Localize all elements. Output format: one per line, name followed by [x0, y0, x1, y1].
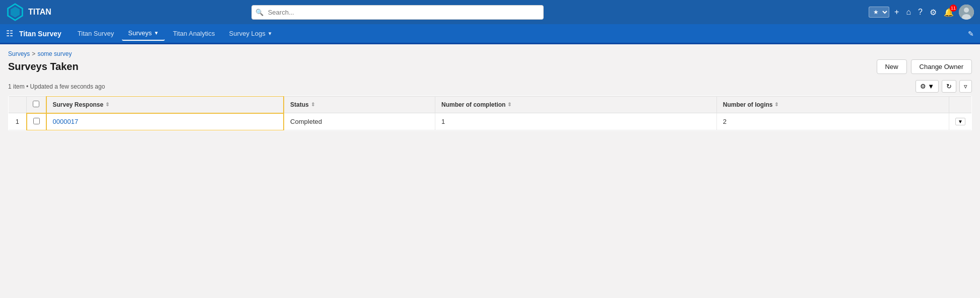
row-number-cell: 1 [9, 113, 27, 130]
titan-logo-icon [6, 3, 24, 21]
header-actions: New Change Owner [877, 59, 972, 74]
search-input[interactable] [251, 5, 544, 20]
breadcrumb-surveys-link[interactable]: Surveys [8, 50, 30, 57]
change-owner-button[interactable]: Change Owner [911, 59, 972, 74]
logins-sort-icon: ⇕ [774, 102, 778, 107]
survey-response-sort-icon: ⇕ [105, 102, 109, 107]
main-content: Surveys > some survey Surveys Taken New … [0, 44, 980, 298]
table-row: 1 0000017 Completed 1 2 ▼ [9, 113, 972, 130]
survey-response-cell[interactable]: 0000017 [46, 113, 284, 130]
row-expand-cell[interactable]: ▼ [949, 113, 972, 130]
row-checkbox-cell[interactable] [27, 113, 46, 130]
toolbar-icons: ⚙ ▼ ↻ ▿ [916, 80, 972, 93]
settings-icon-btn[interactable]: ⚙ [928, 6, 939, 19]
page-title: Surveys Taken [8, 61, 79, 72]
svg-marker-1 [11, 7, 20, 18]
th-checkbox[interactable] [27, 96, 46, 113]
settings-toolbar-icon: ⚙ [920, 83, 926, 90]
row-checkbox[interactable] [33, 118, 40, 124]
nav-actions: ★ + ⌂ ? ⚙ 🔔 11 [869, 5, 974, 20]
surveys-taken-table: Survey Response ⇕ Status ⇕ Number of com… [8, 96, 972, 131]
breadcrumb-separator: > [32, 50, 35, 57]
table-toolbar: 1 item • Updated a few seconds ago ⚙ ▼ ↻… [8, 80, 972, 93]
page-header: Surveys Taken New Change Owner [8, 59, 972, 74]
nav-titan-survey[interactable]: Titan Survey [72, 27, 120, 40]
number-of-logins-cell: 2 [716, 113, 949, 130]
breadcrumb: Surveys > some survey [8, 50, 972, 57]
new-button[interactable]: New [877, 59, 907, 74]
home-icon-btn[interactable]: ⌂ [904, 6, 913, 19]
settings-dropdown-btn[interactable]: ⚙ ▼ [916, 80, 939, 93]
notification-badge: 11 [950, 5, 957, 12]
status-sort-icon: ⇕ [311, 102, 315, 107]
table-header-row: Survey Response ⇕ Status ⇕ Number of com… [9, 96, 972, 113]
app-bar: ☷ Titan Survey Titan Survey Surveys ▼ Ti… [0, 24, 980, 44]
number-of-completion-cell: 1 [435, 113, 717, 130]
logo-area: TITAN [6, 3, 87, 21]
avatar-icon [959, 5, 974, 20]
refresh-icon: ↻ [946, 83, 952, 90]
th-survey-response[interactable]: Survey Response ⇕ [46, 96, 284, 113]
nav-titan-analytics[interactable]: Titan Analytics [167, 27, 221, 40]
nav-surveys[interactable]: Surveys ▼ [122, 26, 165, 41]
row-expand-button[interactable]: ▼ [955, 118, 965, 125]
add-button[interactable]: + [892, 6, 901, 19]
nav-survey-logs[interactable]: Survey Logs ▼ [223, 27, 279, 40]
edit-icon[interactable]: ✎ [968, 30, 974, 38]
th-number-of-logins[interactable]: Number of logins ⇕ [716, 96, 949, 113]
survey-logs-chevron-icon: ▼ [268, 31, 273, 36]
user-avatar[interactable] [959, 5, 974, 20]
th-expand-col [949, 96, 972, 113]
filter-icon: ▿ [964, 83, 967, 90]
app-logo-text: TITAN [28, 8, 51, 17]
surveys-chevron-icon: ▼ [154, 30, 159, 36]
survey-response-link[interactable]: 0000017 [53, 118, 79, 125]
search-bar: 🔍 [251, 5, 544, 20]
nav-select-dropdown[interactable]: ★ [869, 7, 889, 18]
svg-point-3 [964, 8, 969, 13]
app-name: Titan Survey [19, 30, 61, 38]
grid-icon[interactable]: ☷ [6, 29, 13, 38]
th-status[interactable]: Status ⇕ [284, 96, 435, 113]
top-nav-bar: TITAN 🔍 ★ + ⌂ ? ⚙ 🔔 11 [0, 0, 980, 24]
notifications-icon-btn[interactable]: 🔔 11 [942, 6, 956, 19]
th-row-number [9, 96, 27, 113]
record-count: 1 item • Updated a few seconds ago [8, 83, 105, 90]
search-icon: 🔍 [255, 9, 264, 16]
help-icon-btn[interactable]: ? [916, 6, 925, 19]
completion-sort-icon: ⇕ [507, 102, 511, 107]
select-all-checkbox[interactable] [33, 101, 39, 107]
th-number-of-completion[interactable]: Number of completion ⇕ [435, 96, 717, 113]
filter-button[interactable]: ▿ [959, 80, 972, 93]
refresh-button[interactable]: ↻ [942, 80, 956, 93]
breadcrumb-child-link[interactable]: some survey [37, 50, 72, 57]
status-cell: Completed [284, 113, 435, 130]
settings-dropdown-arrow: ▼ [928, 83, 934, 90]
